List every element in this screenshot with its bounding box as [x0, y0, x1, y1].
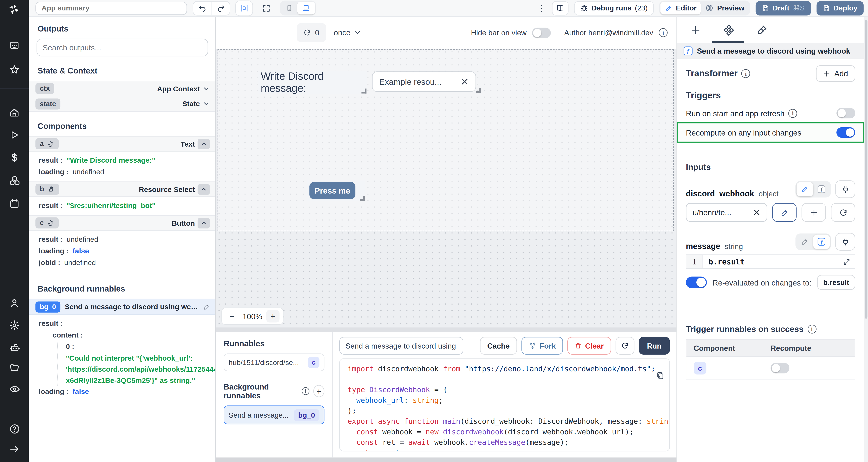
- component-settings-tab[interactable]: [723, 24, 735, 36]
- more-menu-button[interactable]: ⋮: [537, 3, 546, 13]
- collapse-chevron-up-icon[interactable]: [198, 184, 210, 194]
- bg-runnable-item-selected[interactable]: Send a message... bg_0: [224, 405, 324, 424]
- ctx-row[interactable]: ctx App Context: [29, 81, 215, 96]
- runnable-name-input[interactable]: [339, 337, 463, 355]
- scrollbar-thumb[interactable]: [865, 20, 867, 319]
- refresh-code-button[interactable]: [615, 337, 634, 355]
- edit-pencil-icon[interactable]: [203, 303, 210, 310]
- bg0-row[interactable]: bg_0 Send a message to discord using web…: [29, 299, 215, 315]
- run-button[interactable]: Run: [639, 337, 670, 355]
- folders-icon[interactable]: [0, 362, 29, 373]
- chevron-down-icon[interactable]: [203, 85, 210, 92]
- resources-cubes-icon[interactable]: [0, 175, 29, 187]
- zoom-out-button[interactable]: −: [225, 310, 239, 323]
- fork-icon: [528, 342, 536, 350]
- clear-x-icon[interactable]: [461, 77, 469, 86]
- docs-book-button[interactable]: [552, 1, 568, 15]
- clear-x-icon[interactable]: [753, 209, 761, 217]
- eval-mode-button[interactable]: f: [813, 234, 830, 249]
- resource-picker[interactable]: u/henri/te...: [686, 203, 767, 222]
- fork-button[interactable]: Fork: [521, 337, 563, 355]
- edit-resource-button[interactable]: [772, 203, 797, 222]
- variables-dollar-icon[interactable]: $: [0, 152, 29, 164]
- desktop-view-button[interactable]: [297, 2, 315, 14]
- expand-icon[interactable]: [843, 258, 850, 265]
- draft-button[interactable]: Draft ⌘S: [755, 1, 811, 15]
- collapse-chevron-up-icon[interactable]: [198, 218, 210, 228]
- input-type: string: [725, 242, 743, 251]
- styling-brush-tab[interactable]: [757, 24, 768, 35]
- schedule-dropdown[interactable]: once: [334, 28, 362, 37]
- runs-play-icon[interactable]: [0, 130, 29, 140]
- static-pencil-mode-button[interactable]: [797, 182, 813, 196]
- deploy-button[interactable]: Deploy: [816, 1, 864, 15]
- user-icon[interactable]: [0, 298, 29, 308]
- debug-runs-button[interactable]: Debug runs (23): [574, 1, 654, 15]
- tab-preview[interactable]: Preview: [701, 2, 749, 14]
- vertical-scrollbar[interactable]: [864, 16, 868, 462]
- app-canvas[interactable]: Write Discord message: Example resou... …: [216, 48, 676, 328]
- connect-plug-button[interactable]: [835, 180, 855, 198]
- insert-plus-tab[interactable]: [690, 25, 701, 35]
- cache-button[interactable]: Cache: [480, 337, 517, 355]
- code-toolbar: Cache Fork Clear Run: [333, 332, 677, 358]
- state-row[interactable]: state State: [29, 96, 215, 112]
- zoom-in-button[interactable]: +: [266, 310, 279, 323]
- reeval-toggle[interactable]: [686, 277, 707, 288]
- component-row-c[interactable]: c Button: [29, 215, 215, 231]
- app-summary-input[interactable]: [35, 1, 187, 15]
- add-bg-runnable-button[interactable]: +: [313, 385, 324, 397]
- reeval-target-badge[interactable]: b.result: [817, 275, 855, 290]
- component-row-b[interactable]: b Resource Select: [29, 182, 215, 197]
- settings-gear-icon[interactable]: [0, 320, 29, 331]
- code-editor[interactable]: import discordwebhook from "https://deno…: [339, 358, 670, 451]
- prop-key: loading: [39, 168, 69, 176]
- tab-editor[interactable]: Editor: [660, 2, 701, 14]
- resize-handle[interactable]: [360, 196, 365, 201]
- mobile-view-button[interactable]: [281, 2, 298, 14]
- search-outputs-input[interactable]: [37, 39, 208, 57]
- debug-runs-label: Debug runs: [591, 4, 631, 12]
- apps-icon[interactable]: [0, 40, 29, 51]
- panel-resize-gutter[interactable]: [216, 328, 676, 332]
- home-icon[interactable]: [0, 107, 29, 118]
- canvas-button-component[interactable]: Press me: [307, 180, 365, 201]
- canvas-select-component[interactable]: Example resou...: [372, 71, 482, 93]
- message-expression-editor[interactable]: 1 b.result: [686, 254, 855, 269]
- info-icon: i: [302, 387, 310, 395]
- collapse-arrow-icon[interactable]: [0, 444, 29, 455]
- horizontal-scrollbar[interactable]: [216, 457, 676, 462]
- clear-button[interactable]: Clear: [567, 337, 611, 355]
- collapse-chevron-up-icon[interactable]: [198, 138, 210, 149]
- add-transformer-button[interactable]: Add: [816, 65, 855, 82]
- runnable-item[interactable]: hub/1511/discord/se... c: [224, 354, 324, 371]
- eval-mode-button[interactable]: f: [813, 182, 830, 196]
- schedules-calendar-icon[interactable]: [0, 198, 29, 209]
- windmill-logo[interactable]: [0, 3, 29, 16]
- help-icon[interactable]: [0, 423, 29, 435]
- add-resource-button[interactable]: [802, 203, 826, 222]
- copy-icon[interactable]: [656, 371, 664, 380]
- static-pencil-mode-button[interactable]: [797, 234, 813, 249]
- undo-button[interactable]: [193, 1, 212, 15]
- audit-eye-icon[interactable]: [0, 383, 29, 395]
- favorites-star-icon[interactable]: [0, 64, 29, 75]
- redo-button[interactable]: [211, 1, 230, 15]
- refresh-resource-button[interactable]: [831, 203, 855, 222]
- resize-handle[interactable]: [476, 88, 481, 93]
- fullscreen-button[interactable]: [258, 1, 275, 15]
- connect-plug-button[interactable]: [835, 233, 855, 251]
- press-me-button[interactable]: Press me: [309, 182, 355, 199]
- hide-bar-toggle[interactable]: [532, 27, 551, 38]
- recompute-toggle[interactable]: [836, 127, 855, 138]
- device-toggle: [280, 1, 316, 15]
- run-on-start-toggle[interactable]: [836, 108, 855, 118]
- row-recompute-toggle[interactable]: [771, 363, 789, 373]
- refresh-counter[interactable]: 0: [297, 23, 326, 42]
- resize-handle[interactable]: [362, 89, 367, 94]
- component-row-a[interactable]: a Text: [29, 136, 215, 152]
- chevron-down-icon[interactable]: [203, 100, 210, 107]
- canvas-text-component[interactable]: Write Discord message:: [258, 71, 367, 94]
- centered-layout-button[interactable]: [236, 1, 253, 15]
- workers-robot-icon[interactable]: [0, 342, 29, 354]
